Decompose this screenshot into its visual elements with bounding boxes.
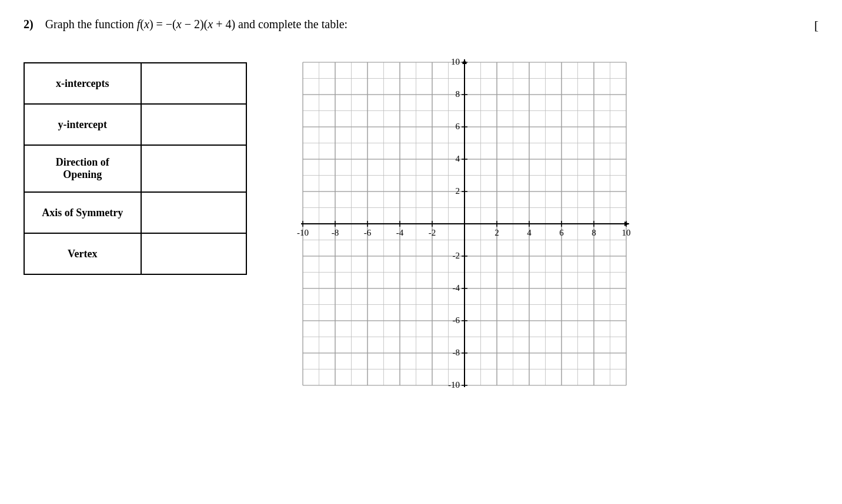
svg-text:8: 8 [592,228,596,237]
info-table: x-intercepts y-intercept Direction of Op… [24,62,247,275]
problem-header: 2) Graph the function f(x) = −(x − 2)(x … [24,18,818,33]
svg-text:-2: -2 [453,251,460,260]
row-label-axis: Axis of Symmetry [24,192,141,233]
graph-container: -10 -8 -6 -4 -2 2 4 6 8 10 10 8 6 4 2 -2… [282,51,647,432]
svg-text:2: 2 [456,186,460,196]
instruction-text: Graph the function f(x) = −(x − 2)(x + 4… [45,18,348,31]
problem-number: 2) [24,18,34,31]
svg-text:-10: -10 [297,228,309,237]
svg-text:-10: -10 [448,380,460,389]
x-axis-arrow [624,221,629,226]
svg-text:-8: -8 [332,228,339,237]
row-label-direction: Direction of Opening [24,145,141,192]
svg-text:-4: -4 [453,283,460,293]
content-area: x-intercepts y-intercept Direction of Op… [24,51,818,432]
row-value-axis[interactable] [141,192,247,233]
svg-text:6: 6 [456,122,460,131]
bracket: [ [814,18,818,33]
svg-text:10: 10 [451,57,460,66]
problem-title: 2) Graph the function f(x) = −(x − 2)(x … [24,18,348,31]
row-value-vertex[interactable] [141,233,247,274]
svg-text:4: 4 [456,154,460,163]
row-value-y-intercept[interactable] [141,104,247,145]
svg-text:4: 4 [527,228,532,237]
coordinate-graph: -10 -8 -6 -4 -2 2 4 6 8 10 10 8 6 4 2 -2… [282,51,647,432]
row-label-vertex: Vertex [24,233,141,274]
table-row: y-intercept [24,104,246,145]
svg-text:2: 2 [494,228,499,237]
table-row: x-intercepts [24,63,246,104]
svg-text:-8: -8 [453,348,460,357]
table-row: Direction of Opening [24,145,246,192]
row-value-x-intercepts[interactable] [141,63,247,104]
x-axis-labels: -10 -8 -6 -4 -2 2 4 6 8 10 [297,228,631,237]
row-label-x-intercepts: x-intercepts [24,63,141,104]
y-axis-arrow [462,59,467,64]
svg-text:-2: -2 [429,228,436,237]
svg-text:8: 8 [456,89,460,99]
row-value-direction[interactable] [141,145,247,192]
svg-text:6: 6 [559,228,564,237]
table-row: Axis of Symmetry [24,192,246,233]
svg-text:10: 10 [622,228,631,237]
svg-text:-6: -6 [453,315,460,325]
svg-text:-6: -6 [364,228,372,237]
svg-text:-4: -4 [396,228,404,237]
row-label-y-intercept: y-intercept [24,104,141,145]
table-row: Vertex [24,233,246,274]
